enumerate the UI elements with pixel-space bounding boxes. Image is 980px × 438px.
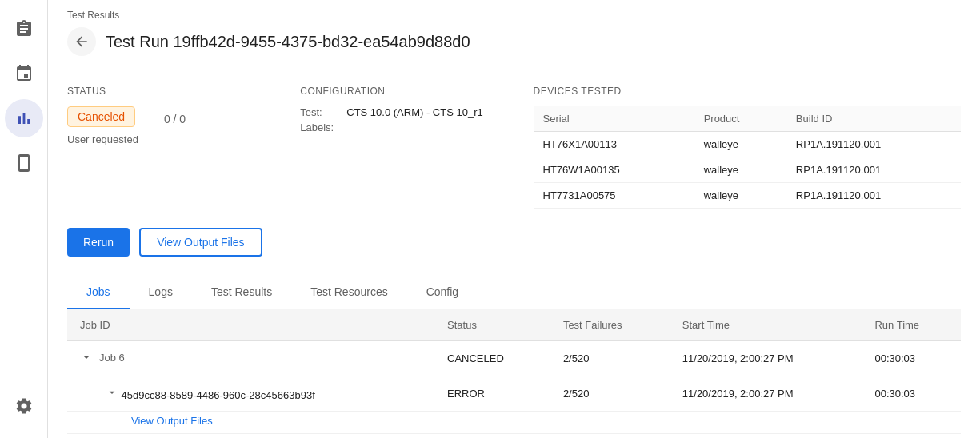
sidebar-item-tasks[interactable]	[5, 10, 43, 48]
info-row: Status Canceled User requested 0 / 0 Con…	[67, 86, 961, 209]
job-id-cell: 45d9cc88-8589-4486-960c-28c45663b93f	[67, 376, 434, 412]
tabs-row: Jobs Logs Test Results Test Resources Co…	[67, 276, 961, 309]
table-row: HT7731A00575 walleye RP1A.191120.001	[534, 183, 962, 209]
actions-row: Rerun View Output Files	[67, 228, 961, 257]
device-build-id: RP1A.191120.001	[786, 157, 961, 183]
content-area: Status Canceled User requested 0 / 0 Con…	[48, 66, 980, 438]
sidebar	[0, 0, 48, 438]
device-serial: HT7731A00575	[534, 183, 694, 209]
devices-table: Serial Product Build ID HT76X1A00113 wal…	[534, 106, 962, 209]
view-output-row: View Output Files	[67, 412, 961, 434]
page-title: Test Run 19ffb42d-9455-4375-bd32-ea54ab9…	[106, 33, 470, 51]
breadcrumb: Test Results	[67, 10, 961, 21]
sidebar-item-devices[interactable]	[5, 144, 43, 182]
table-row: 45d9cc88-8589-4486-960c-28c45663b93f ERR…	[67, 376, 961, 412]
rerun-button[interactable]: Rerun	[67, 228, 130, 257]
device-product: walleye	[694, 157, 786, 183]
back-button[interactable]	[67, 27, 96, 56]
devices-col-product: Product	[694, 106, 786, 132]
device-build-id: RP1A.191120.001	[786, 132, 961, 157]
jobs-col-status: Status	[434, 309, 550, 341]
config-test-key: Test:	[300, 106, 340, 118]
sidebar-item-calendar[interactable]	[5, 54, 43, 93]
sidebar-item-settings[interactable]	[5, 387, 43, 425]
main-content: Test Results Test Run 19ffb42d-9455-4375…	[48, 0, 980, 438]
table-row: Job 6 CANCELED 2/520 11/20/2019, 2:00:27…	[67, 341, 961, 376]
devices-col-build: Build ID	[786, 106, 961, 132]
tab-config[interactable]: Config	[407, 276, 478, 309]
job-id-cell: Job 6	[67, 341, 434, 376]
config-test-value: CTS 10.0 (ARM) - CTS 10_r1	[346, 106, 483, 118]
tab-test-resources[interactable]: Test Resources	[291, 276, 406, 309]
status-note: User requested	[67, 133, 138, 145]
status-section: Status Canceled User requested 0 / 0	[67, 86, 300, 209]
jobs-col-runtime: Run Time	[862, 309, 961, 341]
expand-button[interactable]: Job 6	[80, 351, 125, 364]
title-row: Test Run 19ffb42d-9455-4375-bd32-ea54ab9…	[67, 27, 961, 66]
job-run-time: 00:30:03	[862, 341, 961, 376]
job-run-time: 00:30:03	[862, 376, 961, 412]
job-failures: 2/520	[550, 341, 670, 376]
jobs-col-failures: Test Failures	[550, 309, 670, 341]
jobs-table: Job ID Status Test Failures Start Time R…	[67, 309, 961, 434]
config-labels-row: Labels:	[300, 121, 514, 133]
device-build-id: RP1A.191120.001	[786, 183, 961, 209]
header: Test Results Test Run 19ffb42d-9455-4375…	[48, 0, 980, 66]
table-row: HT76W1A00135 walleye RP1A.191120.001	[534, 157, 962, 183]
sidebar-item-results[interactable]	[5, 99, 43, 137]
expand-child-button[interactable]	[106, 386, 118, 399]
device-product: walleye	[694, 183, 786, 209]
devices-col-serial: Serial	[534, 106, 694, 132]
status-label: Status	[67, 86, 281, 97]
device-product: walleye	[694, 132, 786, 157]
tab-jobs[interactable]: Jobs	[67, 276, 130, 309]
config-section: Configuration Test: CTS 10.0 (ARM) - CTS…	[300, 86, 533, 209]
config-labels-key: Labels:	[300, 121, 340, 133]
job-start-time: 11/20/2019, 2:00:27 PM	[670, 341, 862, 376]
job-failures: 2/520	[550, 376, 670, 412]
job-status: ERROR	[434, 376, 550, 412]
tab-logs[interactable]: Logs	[130, 276, 192, 309]
view-output-link[interactable]: View Output Files	[131, 415, 213, 427]
view-output-button[interactable]: View Output Files	[139, 228, 262, 257]
table-row: HT76X1A00113 walleye RP1A.191120.001	[534, 132, 962, 157]
device-serial: HT76X1A00113	[534, 132, 694, 157]
progress-text: 0 / 0	[164, 113, 186, 125]
config-label: Configuration	[300, 86, 514, 97]
job-status: CANCELED	[434, 341, 550, 376]
jobs-col-id: Job ID	[67, 309, 434, 341]
tab-test-results[interactable]: Test Results	[192, 276, 291, 309]
job-start-time: 11/20/2019, 2:00:27 PM	[670, 376, 862, 412]
devices-label: Devices Tested	[534, 86, 962, 97]
jobs-col-start: Start Time	[670, 309, 862, 341]
config-test-row: Test: CTS 10.0 (ARM) - CTS 10_r1	[300, 106, 514, 118]
devices-section: Devices Tested Serial Product Build ID H…	[534, 86, 962, 209]
device-serial: HT76W1A00135	[534, 157, 694, 183]
status-badge: Canceled	[67, 106, 135, 127]
